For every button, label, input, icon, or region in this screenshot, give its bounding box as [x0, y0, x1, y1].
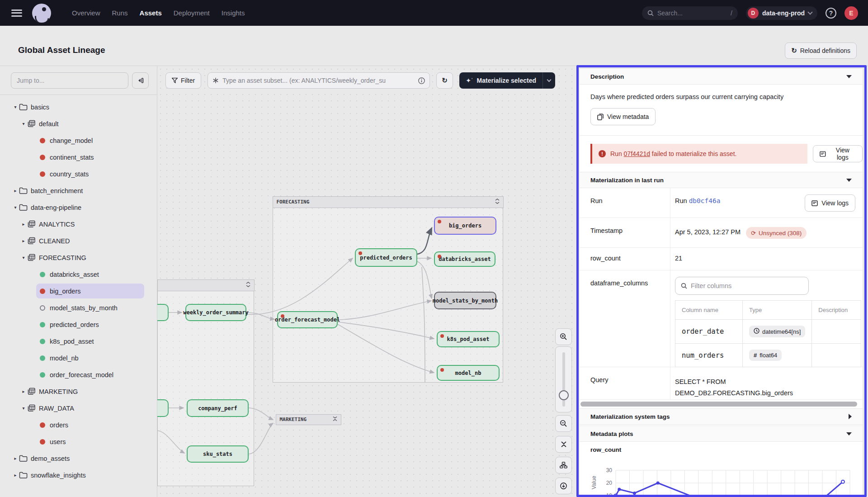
search-input[interactable]: [657, 9, 716, 17]
lineage-graph-canvas[interactable]: FORECASTING MARKETING: [157, 66, 577, 497]
caret-right-icon[interactable]: ▸: [20, 389, 27, 394]
asset-node-partial[interactable]: [157, 399, 169, 417]
horizontal-scrollbar[interactable]: [580, 402, 857, 407]
sidebar-item-RAW_DATA[interactable]: ▾RAW_DATA: [0, 400, 157, 417]
asset-node-model_stats_by_month[interactable]: model_stats_by_month: [434, 292, 496, 309]
logs-icon: [820, 151, 826, 157]
layout-tree-button[interactable]: [555, 457, 572, 473]
caret-down-icon[interactable]: ▾: [12, 205, 19, 210]
asset-node-partial[interactable]: [157, 304, 169, 321]
asset-subset-filter[interactable]: [208, 72, 430, 89]
view-logs-button[interactable]: View logs: [813, 145, 863, 162]
nav-link-runs[interactable]: Runs: [112, 9, 128, 17]
jump-to-input[interactable]: [11, 72, 128, 89]
view-logs-button[interactable]: View logs: [805, 194, 855, 212]
caret-right-icon[interactable]: ▸: [20, 222, 27, 227]
hamburger-menu-icon[interactable]: [11, 9, 22, 17]
run-id-link[interactable]: db0cf46a: [689, 197, 721, 204]
asset-node-order_forecast_model[interactable]: order_forecast_model: [277, 311, 338, 328]
sidebar-item-databricks_asset[interactable]: databricks_asset: [0, 266, 157, 283]
collapse-caret-icon[interactable]: [846, 75, 852, 78]
dagster-logo[interactable]: [32, 4, 51, 23]
nav-link-overview[interactable]: Overview: [72, 9, 100, 17]
collapse-group-icon[interactable]: [495, 199, 500, 205]
sidebar-item-order_forecast_model[interactable]: order_forecast_model: [0, 366, 157, 383]
asset-group-header[interactable]: [157, 279, 255, 291]
zoom-out-button[interactable]: [555, 415, 572, 432]
sidebar-item-default[interactable]: ▾default: [0, 115, 157, 132]
sidebar-item-orders[interactable]: orders: [0, 417, 157, 433]
caret-right-icon[interactable]: ▸: [12, 456, 19, 461]
sidebar-item-basics[interactable]: ▾basics: [0, 99, 157, 115]
sidebar-item-model_nb[interactable]: model_nb: [0, 350, 157, 366]
sidebar-item-ANALYTICS[interactable]: ▸ANALYTICS: [0, 216, 157, 232]
asset-node-model_nb[interactable]: model_nb: [437, 365, 500, 381]
expand-caret-icon[interactable]: [849, 414, 852, 419]
caret-right-icon[interactable]: ▸: [12, 188, 19, 193]
sidebar-item-continent_stats[interactable]: continent_stats: [0, 149, 157, 166]
sidebar-item-FORECASTING[interactable]: ▾FORECASTING: [0, 249, 157, 266]
materialize-selected-button[interactable]: ✦ˈ Materialize selected: [459, 72, 555, 89]
sidebar-item-big_orders[interactable]: big_orders: [0, 283, 157, 299]
materialization-section-header[interactable]: Materialization in last run: [580, 172, 863, 188]
sidebar-item-snowflake_insights[interactable]: ▸snowflake_insights: [0, 467, 157, 483]
forecasting-group-header[interactable]: FORECASTING: [273, 196, 504, 208]
metadata-plots-section-header[interactable]: Metadata plots: [580, 426, 863, 442]
system-tags-section-header[interactable]: Materialization system tags: [580, 408, 863, 425]
zoom-slider-handle[interactable]: [559, 390, 569, 400]
sidebar-item-label: FORECASTING: [39, 254, 86, 261]
collapse-caret-icon[interactable]: [846, 432, 852, 435]
sidebar-item-country_stats[interactable]: country_stats: [0, 166, 157, 182]
caret-down-icon[interactable]: ▾: [12, 104, 19, 109]
sidebar-item-data-eng-pipeline[interactable]: ▾data-eng-pipeline: [0, 199, 157, 216]
recenter-button[interactable]: [555, 478, 572, 494]
zoom-slider[interactable]: [555, 346, 572, 412]
refresh-graph-button[interactable]: ↻: [436, 72, 453, 89]
sidebar-item-batch_enrichment[interactable]: ▸batch_enrichment: [0, 182, 157, 199]
global-search[interactable]: /: [642, 6, 738, 20]
collapse-caret-icon[interactable]: [846, 179, 852, 182]
nav-link-insights[interactable]: Insights: [222, 9, 245, 17]
caret-right-icon[interactable]: ▸: [12, 473, 19, 478]
asset-node-databricks_asset[interactable]: databricks_asset: [434, 251, 495, 267]
sidebar-item-users[interactable]: users: [0, 433, 157, 450]
failed-run-link[interactable]: 07f4421d: [624, 150, 650, 157]
collapse-sidebar-button[interactable]: [132, 72, 149, 89]
collapse-groups-button[interactable]: [555, 436, 572, 453]
caret-down-icon[interactable]: ▾: [20, 406, 27, 411]
marketing-group-header[interactable]: MARKETING: [276, 414, 341, 425]
workspace-switcher[interactable]: D data-eng-prod: [746, 6, 817, 20]
caret-down-icon[interactable]: ▾: [20, 121, 27, 126]
caret-down-icon[interactable]: ▾: [20, 255, 27, 260]
reload-definitions-button[interactable]: ↻ Reload definitions: [785, 43, 857, 59]
asset-node-sku_stats[interactable]: sku_stats: [187, 445, 249, 463]
asset-node-predicted_orders[interactable]: predicted_orders: [355, 248, 417, 267]
filter-columns-input[interactable]: [691, 282, 803, 289]
sidebar-item-k8s_pod_asset[interactable]: k8s_pod_asset: [0, 333, 157, 350]
asset-node-k8s_pod_asset[interactable]: k8s_pod_asset: [437, 331, 500, 347]
sidebar-item-MARKETING[interactable]: ▸MARKETING: [0, 383, 157, 400]
sidebar-item-change_model[interactable]: change_model: [0, 132, 157, 149]
nav-link-assets[interactable]: Assets: [140, 9, 162, 17]
sidebar-item-predicted_orders[interactable]: predicted_orders: [0, 316, 157, 333]
help-icon[interactable]: ?: [826, 8, 836, 19]
caret-right-icon[interactable]: ▸: [20, 238, 27, 243]
asset-node-weekly_order_summary[interactable]: weekly_order_summary: [185, 304, 246, 321]
view-metadata-button[interactable]: View metadata: [590, 108, 656, 125]
sidebar-item-demo_assets[interactable]: ▸demo_assets: [0, 450, 157, 467]
sidebar-item-model_stats_by_month[interactable]: model_stats_by_month: [0, 299, 157, 316]
asset-node-big_orders[interactable]: big_orders: [434, 217, 496, 235]
info-icon[interactable]: [418, 77, 425, 84]
asset-subset-input[interactable]: [222, 77, 415, 84]
description-section-header[interactable]: Description: [580, 68, 863, 85]
zoom-in-button[interactable]: [555, 328, 572, 345]
filter-button[interactable]: Filter: [165, 72, 201, 89]
materialize-options-caret[interactable]: [542, 72, 555, 89]
sidebar-item-CLEANED[interactable]: ▸CLEANED: [0, 232, 157, 249]
asset-node-company_perf[interactable]: company_perf: [187, 399, 249, 417]
nav-link-deployment[interactable]: Deployment: [174, 9, 210, 17]
avatar[interactable]: E: [844, 6, 858, 20]
filter-columns-field[interactable]: [675, 277, 809, 295]
collapse-group-icon[interactable]: [246, 282, 250, 289]
expand-group-icon[interactable]: [333, 416, 337, 423]
